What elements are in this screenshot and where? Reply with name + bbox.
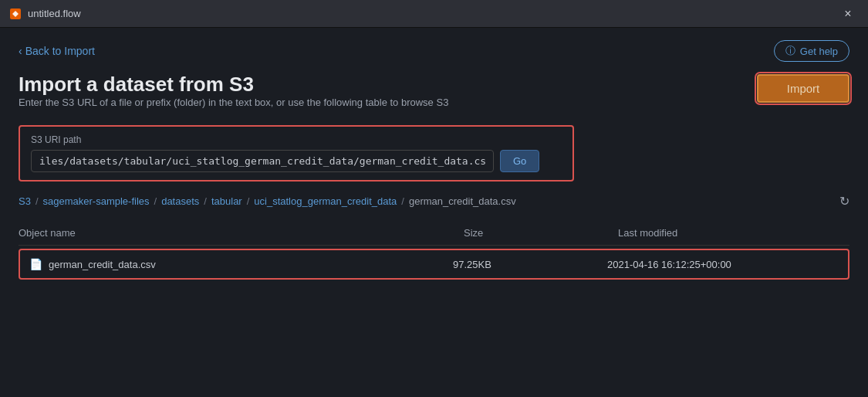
s3-uri-input-row: Go: [31, 150, 562, 172]
chevron-left-icon: ‹: [19, 45, 22, 57]
breadcrumb-sep-3: /: [204, 195, 207, 207]
app-icon: [9, 8, 22, 20]
table-row[interactable]: 📄 german_credit_data.csv 97.25KB 2021-04…: [19, 249, 849, 280]
file-icon: 📄: [29, 258, 42, 270]
get-help-label: Get help: [800, 46, 838, 57]
table: Object name Size Last modified 📄 german_…: [19, 221, 849, 280]
back-to-import-link[interactable]: ‹ Back to Import: [19, 45, 95, 57]
breadcrumb-sep-4: /: [247, 195, 250, 207]
s3-uri-input[interactable]: [31, 150, 494, 172]
window-title: untitled.flow: [28, 8, 837, 19]
breadcrumb-tabular[interactable]: tabular: [211, 195, 242, 207]
col-last-modified: Last modified: [618, 227, 849, 239]
date-cell: 2021-04-16 16:12:25+00:00: [607, 259, 839, 270]
file-cell: 📄 german_credit_data.csv: [29, 258, 453, 270]
main-content: ‹ Back to Import ⓘ Get help Import a dat…: [0, 28, 868, 397]
close-button[interactable]: ×: [837, 3, 859, 25]
refresh-icon[interactable]: ↻: [839, 194, 849, 209]
col-object-name: Object name: [19, 227, 464, 239]
breadcrumb-sep-2: /: [154, 195, 157, 207]
breadcrumb-datasets[interactable]: datasets: [161, 195, 199, 207]
file-name: german_credit_data.csv: [49, 259, 156, 270]
question-icon: ⓘ: [785, 44, 795, 58]
go-button[interactable]: Go: [500, 150, 539, 172]
breadcrumb-file: german_credit_data.csv: [409, 195, 516, 207]
breadcrumb-sep-5: /: [401, 195, 404, 207]
import-button[interactable]: Import: [757, 74, 849, 103]
size-cell: 97.25KB: [453, 259, 607, 270]
s3-uri-section: S3 URI path Go: [19, 125, 574, 182]
page-title: Import a dataset from S3: [19, 73, 448, 97]
breadcrumb: S3 / sagemaker-sample-files / datasets /…: [19, 194, 849, 209]
breadcrumb-uci[interactable]: uci_statlog_german_credit_data: [254, 195, 397, 207]
table-header: Object name Size Last modified: [19, 221, 849, 246]
back-link-label: Back to Import: [25, 45, 95, 57]
top-row: ‹ Back to Import ⓘ Get help: [19, 40, 849, 62]
page-subtitle: Enter the S3 URL of a file or prefix (fo…: [19, 97, 448, 108]
breadcrumb-s3[interactable]: S3: [19, 195, 31, 207]
header-row: Import a dataset from S3 Enter the S3 UR…: [19, 73, 849, 122]
title-bar: untitled.flow ×: [0, 0, 868, 28]
get-help-button[interactable]: ⓘ Get help: [774, 40, 849, 62]
breadcrumb-sagemaker-sample-files[interactable]: sagemaker-sample-files: [43, 195, 150, 207]
s3-uri-label: S3 URI path: [31, 134, 562, 145]
col-size: Size: [464, 227, 618, 239]
breadcrumb-sep-1: /: [35, 195, 39, 207]
